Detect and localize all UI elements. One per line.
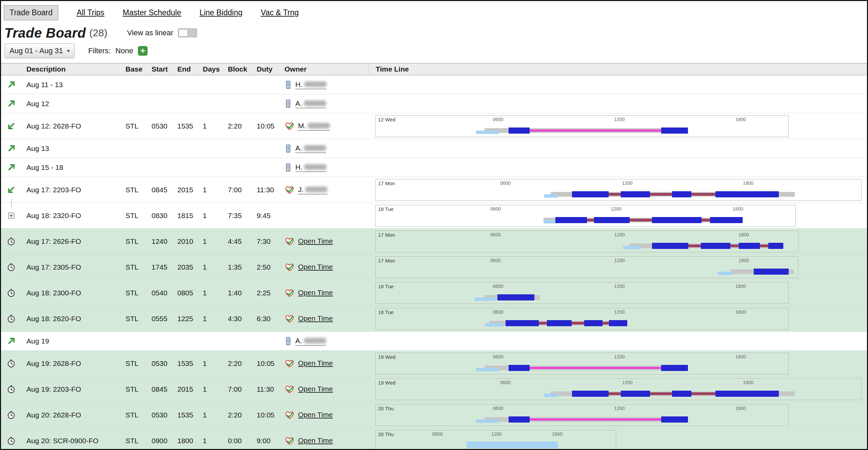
row-block: 2:20 [224, 122, 253, 130]
heart-check-icon [284, 314, 295, 324]
timeline-tick-label: 1200 [614, 232, 625, 237]
trade-down-arrow-icon [7, 121, 16, 131]
timeline-segment-ground [530, 130, 661, 132]
row-timeline-cell: 19 Wed060012001800 [369, 353, 867, 374]
open-time-link[interactable]: Open Time [298, 314, 333, 323]
row-owner: Open Time [280, 237, 369, 246]
row-start: 1745 [147, 263, 173, 271]
timeline-tick-label: 1200 [622, 180, 632, 186]
timeline-segment-ground [530, 367, 661, 369]
timeline-day-label: 18 Tue [378, 206, 394, 212]
row-timeline-cell: 17 Mon060012001800 [369, 256, 867, 278]
timeline-tick-label: 1800 [735, 354, 746, 359]
row-duty: 11:30 [253, 186, 280, 194]
table-row[interactable]: Aug 15 - 18H. [1, 158, 867, 177]
table-row[interactable]: Aug 20: SCR-0900-FOSTL0900180010:009:00O… [1, 428, 867, 450]
row-icon-cell [1, 254, 21, 280]
row-base: STL [121, 315, 147, 323]
row-base: STL [121, 263, 147, 271]
row-owner: H. [280, 163, 369, 172]
row-days: 1 [199, 212, 224, 220]
timeline-segment-flight [497, 294, 535, 300]
tab-vac-trng[interactable]: Vac & Trng [261, 8, 299, 17]
heart-check-icon [284, 359, 295, 368]
view-linear-toggle[interactable] [178, 28, 197, 37]
table-row[interactable]: Aug 11 - 13H. [1, 75, 867, 94]
row-days: 1 [199, 437, 224, 445]
row-start: 0830 [147, 212, 173, 220]
table-row[interactable]: Aug 17: 2626-FOSTL1240201014:457:30Open … [1, 229, 867, 254]
date-range-dropdown[interactable]: Aug 01 - Aug 31 ▾ [4, 43, 75, 58]
nav-bar: Trade Board All Trips Master Schedule Li… [1, 1, 867, 23]
table-row[interactable]: Aug 19: 2203-FOSTL0845201517:0011:30Open… [1, 376, 867, 402]
timeline-tick-label: 1800 [733, 206, 743, 212]
row-timeline-cell: 17 Mon060012001800 [369, 179, 867, 201]
owner-name-link[interactable]: M. [298, 122, 330, 131]
owner-name-link[interactable]: J. [298, 185, 328, 194]
table-row[interactable]: Aug 19: 2628-FOSTL0530153512:2010:05Open… [1, 351, 867, 376]
table-row[interactable]: Aug 13A. [1, 139, 867, 158]
timeline-tick-label: 1800 [735, 406, 746, 411]
row-duty: 10:05 [253, 359, 280, 368]
open-time-link[interactable]: Open Time [298, 436, 333, 445]
open-time-link[interactable]: Open Time [298, 411, 333, 419]
col-description: Description [21, 65, 121, 73]
row-icon-cell [1, 139, 21, 158]
row-timeline-cell: 17 Mon060012001800 [369, 231, 867, 252]
redacted-name [304, 81, 327, 87]
row-days: 1 [199, 315, 224, 323]
row-start: 0540 [147, 289, 173, 297]
trade-up-arrow-icon [7, 144, 16, 153]
owner-name-link[interactable]: A. [295, 99, 326, 108]
owner-name-link[interactable]: H. [295, 163, 327, 172]
open-time-link[interactable]: Open Time [298, 237, 333, 246]
heart-check-icon [284, 288, 295, 298]
timeline-tick-label: 1200 [614, 354, 625, 359]
tab-master-schedule[interactable]: Master Schedule [123, 8, 181, 17]
heart-check-icon [284, 121, 295, 131]
owner-name-link[interactable]: A. [295, 337, 326, 346]
timeline-segment-flight [652, 217, 702, 223]
row-description: Aug 20: 2628-FO [21, 411, 121, 419]
tab-all-trips[interactable]: All Trips [77, 8, 104, 17]
table-row[interactable]: Aug 18: 2620-FOSTL0555122514:306:30Open … [1, 306, 867, 332]
timeline-segment-flight [572, 391, 609, 397]
row-description: Aug 19: 2203-FO [21, 385, 121, 393]
table-row[interactable]: Aug 17: 2203-FOSTL0845201517:0011:30J.17… [1, 177, 867, 203]
table-row[interactable]: Aug 18: 2320-FOSTL0830181517:359:4518 Tu… [1, 203, 867, 229]
timeline-tick-label: 1200 [611, 206, 621, 212]
timeline-tick-label: 1200 [614, 117, 625, 122]
open-time-link[interactable]: Open Time [298, 359, 333, 368]
trade-board-page: Trade Board All Trips Master Schedule Li… [0, 0, 868, 450]
tab-trade-board[interactable]: Trade Board [4, 5, 58, 20]
table-row[interactable]: Aug 17: 2305-FOSTL1745203511:352:50Open … [1, 254, 867, 280]
table-row[interactable]: Aug 20: 2628-FOSTL0530153512:2010:05Open… [1, 402, 867, 428]
heart-check-icon [284, 237, 295, 246]
row-block: 2:20 [224, 359, 253, 368]
timeline-segment-conn [603, 322, 609, 325]
table-row[interactable]: Aug 12A. [1, 94, 867, 113]
row-description: Aug 18: 2320-FO [21, 212, 121, 220]
open-time-link[interactable]: Open Time [298, 263, 333, 271]
table-row[interactable]: Aug 19A. [1, 332, 867, 351]
row-icon-cell [1, 402, 21, 428]
timeline-tick-label: 1800 [735, 283, 746, 289]
row-description: Aug 12: 2628-FO [21, 122, 121, 130]
table-row[interactable]: Aug 12: 2628-FOSTL0530153512:2010:05M.12… [1, 113, 867, 139]
timeline-segment-flight [715, 191, 778, 197]
row-days: 1 [199, 122, 224, 130]
open-time-link[interactable]: Open Time [298, 289, 333, 297]
row-block: 7:35 [224, 212, 253, 220]
owner-name-link[interactable]: H. [295, 80, 327, 89]
add-filter-button[interactable]: + [138, 46, 147, 56]
tab-line-bidding[interactable]: Line Bidding [199, 8, 242, 17]
open-time-link[interactable]: Open Time [298, 385, 333, 393]
timeline-day-label: 18 Tue [378, 309, 394, 315]
controls-bar: Aug 01 - Aug 31 ▾ Filters: None + [1, 42, 867, 60]
owner-name-link[interactable]: A. [295, 144, 326, 153]
timeline-tick-label: 0600 [490, 258, 501, 263]
open-time-clock-icon [7, 436, 16, 445]
row-owner: Open Time [280, 436, 369, 446]
row-icon-cell [1, 113, 21, 139]
table-row[interactable]: Aug 18: 2300-FOSTL0540080511:402:25Open … [1, 280, 867, 306]
